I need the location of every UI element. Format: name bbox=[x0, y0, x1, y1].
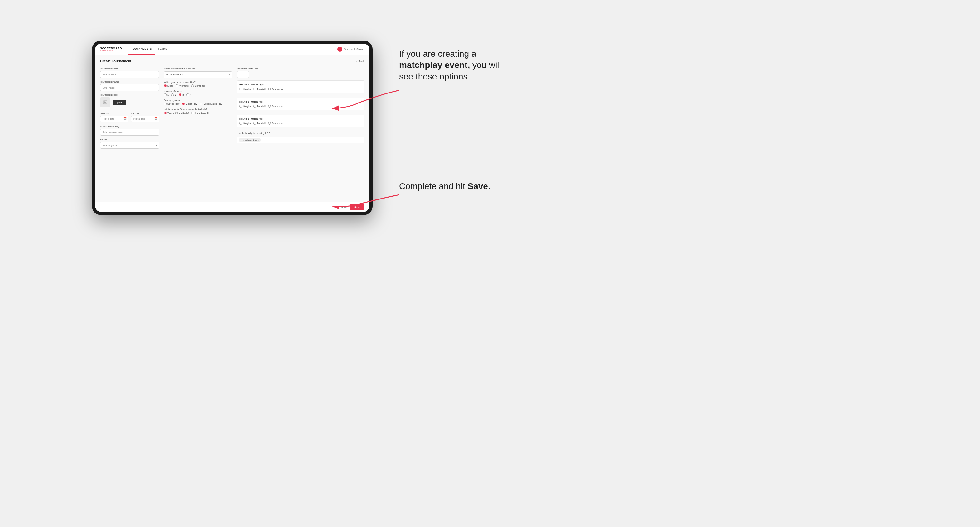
scoring-label: Scoring system bbox=[164, 99, 232, 102]
teams-label: Is this event for Teams and/or Individua… bbox=[164, 108, 232, 111]
max-team-size-label: Maximum Team Size bbox=[237, 67, 364, 70]
save-button[interactable]: Save bbox=[350, 204, 364, 210]
back-button[interactable]: ← Back bbox=[356, 60, 364, 63]
sponsor-group: Sponsor (optional) bbox=[100, 125, 159, 136]
user-avatar: T bbox=[337, 47, 342, 52]
gender-womens-option[interactable]: Womens bbox=[175, 84, 188, 87]
gender-mens-option[interactable]: Mens bbox=[164, 84, 173, 87]
scoring-match-option[interactable]: Match Play bbox=[182, 103, 197, 105]
teams-teams-radio[interactable] bbox=[164, 111, 167, 114]
annotation-bottom: Complete and hit Save. bbox=[399, 181, 490, 192]
nav-link-teams[interactable]: TEAMS bbox=[155, 44, 170, 55]
end-date-calendar-icon: 📅 bbox=[154, 117, 158, 120]
round1-foursomes-radio[interactable] bbox=[268, 87, 271, 90]
gender-womens-radio[interactable] bbox=[175, 84, 178, 87]
scoring-radio-group: Stroke Play Match Play Medal Match Play bbox=[164, 103, 232, 105]
gender-label: Which gender is the event for? bbox=[164, 81, 232, 84]
form-footer: Cancel Save bbox=[95, 202, 369, 212]
round2-singles-radio[interactable] bbox=[239, 105, 242, 108]
user-label: Test User | bbox=[344, 48, 355, 50]
max-team-size-input[interactable] bbox=[237, 71, 249, 78]
scoring-stroke-option[interactable]: Stroke Play bbox=[164, 103, 179, 105]
round1-radio-group: Singles Fourball Foursomes bbox=[239, 87, 362, 90]
teams-individuals-option[interactable]: Individuals Only bbox=[191, 111, 212, 114]
rounds-3-option[interactable]: 3 bbox=[179, 94, 184, 96]
round3-singles-option[interactable]: Singles bbox=[239, 122, 251, 125]
teams-teams-option[interactable]: Teams (+Individuals) bbox=[164, 111, 189, 114]
rounds-4-radio[interactable] bbox=[186, 94, 189, 96]
form-col-mid: Which division is the event for? NCAA Di… bbox=[164, 67, 232, 149]
round3-foursomes-option[interactable]: Foursomes bbox=[268, 122, 284, 125]
rounds-3-label: 3 bbox=[182, 94, 184, 96]
teams-radio-group: Teams (+Individuals) Individuals Only bbox=[164, 111, 232, 114]
rounds-group: Number of rounds 1 2 bbox=[164, 90, 232, 96]
main-content: Create Tournament ← Back Tournament Host… bbox=[95, 55, 369, 202]
round3-fourball-radio[interactable] bbox=[253, 122, 256, 125]
round2-foursomes-radio[interactable] bbox=[268, 105, 271, 108]
third-party-group: Use third-party live scoring API? Leader… bbox=[237, 132, 364, 143]
upload-button[interactable]: Upload bbox=[113, 100, 126, 105]
sponsor-input[interactable] bbox=[100, 129, 159, 136]
brand-subtitle: Powered by clippit bbox=[100, 50, 122, 51]
round3-fourball-option[interactable]: Fourball bbox=[253, 122, 266, 125]
round1-singles-radio[interactable] bbox=[239, 87, 242, 90]
third-party-tag-input[interactable]: Leaderboard King × bbox=[237, 137, 364, 143]
gender-combined-label: Combined bbox=[195, 84, 205, 87]
scoring-medal-label: Medal Match Play bbox=[203, 103, 222, 105]
round2-fourball-radio[interactable] bbox=[253, 105, 256, 108]
round1-fourball-label: Fourball bbox=[257, 87, 266, 90]
gender-group: Which gender is the event for? Mens Wome… bbox=[164, 81, 232, 87]
round1-section: Round 1 - Match Type Singles Fourball bbox=[237, 80, 364, 93]
tablet-screen: SCOREBOARD Powered by clippit TOURNAMENT… bbox=[95, 44, 369, 212]
teams-individuals-radio[interactable] bbox=[191, 111, 194, 114]
rounds-4-label: 4 bbox=[190, 94, 191, 96]
round1-foursomes-option[interactable]: Foursomes bbox=[268, 87, 284, 90]
round2-foursomes-option[interactable]: Foursomes bbox=[268, 105, 284, 108]
rounds-1-option[interactable]: 1 bbox=[164, 94, 169, 96]
nav-link-tournaments[interactable]: TOURNAMENTS bbox=[128, 44, 155, 55]
tournament-name-group: Tournament name bbox=[100, 80, 159, 91]
form-col-left: Tournament Host Tournament name Tourname… bbox=[100, 67, 159, 149]
start-date-col: Start date 📅 bbox=[100, 110, 129, 122]
sign-out-link[interactable]: Sign out bbox=[356, 48, 364, 50]
scoring-stroke-radio[interactable] bbox=[164, 103, 167, 105]
rounds-1-radio[interactable] bbox=[164, 94, 167, 96]
round1-fourball-radio[interactable] bbox=[253, 87, 256, 90]
round3-singles-radio[interactable] bbox=[239, 122, 242, 125]
round2-title: Round 2 - Match Type bbox=[239, 100, 362, 103]
gender-combined-radio[interactable] bbox=[191, 84, 194, 87]
gender-mens-radio[interactable] bbox=[164, 84, 167, 87]
tournament-host-input[interactable] bbox=[100, 71, 159, 78]
teams-group: Is this event for Teams and/or Individua… bbox=[164, 108, 232, 114]
gender-combined-option[interactable]: Combined bbox=[191, 84, 205, 87]
scoring-match-radio[interactable] bbox=[182, 103, 185, 105]
rounds-4-option[interactable]: 4 bbox=[186, 94, 191, 96]
venue-group: Venue ▼ bbox=[100, 138, 159, 149]
cancel-button[interactable]: Cancel bbox=[340, 206, 347, 208]
annotation-bottom-text2: . bbox=[488, 181, 490, 191]
venue-input[interactable] bbox=[100, 142, 159, 149]
third-party-tag: Leaderboard King × bbox=[239, 138, 261, 142]
third-party-tag-remove[interactable]: × bbox=[258, 139, 259, 141]
tournament-host-label: Tournament Host bbox=[100, 67, 159, 70]
end-date-wrapper: 📅 bbox=[131, 115, 159, 122]
round3-fourball-label: Fourball bbox=[257, 122, 266, 125]
round2-foursomes-label: Foursomes bbox=[272, 105, 284, 108]
round3-foursomes-label: Foursomes bbox=[272, 122, 284, 125]
round3-title: Round 3 - Match Type bbox=[239, 117, 362, 120]
logo-placeholder bbox=[100, 97, 110, 107]
scoring-group: Scoring system Stroke Play Match Play bbox=[164, 99, 232, 105]
form-col-right: Maximum Team Size Round 1 - Match Type S… bbox=[237, 67, 364, 149]
scoring-medal-radio[interactable] bbox=[200, 103, 202, 105]
division-select[interactable]: NCAA Division I bbox=[164, 71, 232, 78]
tournament-name-input[interactable] bbox=[100, 84, 159, 91]
round1-singles-option[interactable]: Singles bbox=[239, 87, 251, 90]
rounds-3-radio[interactable] bbox=[179, 94, 181, 96]
round2-singles-option[interactable]: Singles bbox=[239, 105, 251, 108]
round1-fourball-option[interactable]: Fourball bbox=[253, 87, 266, 90]
round2-fourball-option[interactable]: Fourball bbox=[253, 105, 266, 108]
rounds-2-option[interactable]: 2 bbox=[171, 94, 176, 96]
scoring-medal-option[interactable]: Medal Match Play bbox=[200, 103, 222, 105]
rounds-2-radio[interactable] bbox=[171, 94, 174, 96]
round3-foursomes-radio[interactable] bbox=[268, 122, 271, 125]
